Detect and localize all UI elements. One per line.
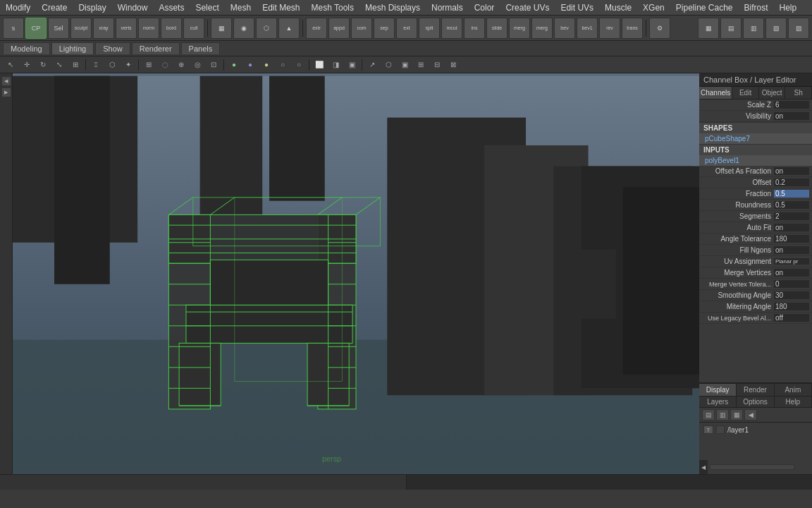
icon-hierarchy[interactable]: ⑄	[88, 58, 104, 72]
cb-row-legacy-bevel[interactable]: Use Legacy Bevel Al... off	[699, 313, 812, 324]
tool-r5[interactable]: ▨	[788, 18, 809, 39]
icon-snap-surface[interactable]: ⊡	[206, 58, 221, 72]
tool-merg[interactable]: merg	[509, 18, 530, 39]
cb-value-legacy-bevel[interactable]: off	[774, 314, 809, 322]
cb-value-offset-frac[interactable]: on	[774, 167, 809, 175]
tab-anim[interactable]: Anim	[775, 384, 812, 396]
cb-row-merge-verts[interactable]: Merge Vertices on	[699, 267, 812, 279]
menu-pipeline-cache[interactable]: Pipeline Cache	[670, 1, 739, 14]
tab-panels[interactable]: Panels	[181, 42, 221, 54]
icon-move[interactable]: ✛	[19, 58, 35, 72]
tool-slide[interactable]: slide	[486, 18, 508, 39]
layer-btn-2[interactable]: ▥	[716, 409, 729, 421]
tab-show[interactable]: Show	[95, 42, 130, 54]
icon-last-tool[interactable]: ⊞	[68, 58, 83, 72]
menu-color[interactable]: Color	[469, 1, 500, 14]
tool-s[interactable]: s	[3, 18, 24, 39]
icon-snap-grid[interactable]: ⊞	[141, 58, 156, 72]
icon-cam1[interactable]: ●	[226, 58, 242, 72]
cb-value-uv-assign[interactable]: Planar pr	[774, 258, 809, 265]
tool-cull[interactable]: cull	[183, 18, 204, 39]
cb-row-segments[interactable]: Segments 2	[699, 211, 812, 222]
cb-row-angle-tol[interactable]: Angle Tolerance 180	[699, 234, 812, 245]
icon-components[interactable]: ✦	[121, 58, 136, 72]
icon-wireframe[interactable]: ⬜	[312, 58, 327, 72]
cb-row-1[interactable]: Offset 0.2	[699, 177, 812, 188]
menu-display[interactable]: Display	[73, 1, 111, 14]
cb-row-fill-ngons[interactable]: Fill Ngons on	[699, 245, 812, 256]
panel-scroll-arrow[interactable]: ◀	[699, 460, 708, 474]
tool-r3[interactable]: ▥	[743, 18, 764, 39]
layer-vis-1[interactable]: T	[703, 425, 713, 434]
tool-bord[interactable]: bord	[161, 18, 182, 39]
tool-xray[interactable]: xray	[93, 18, 114, 39]
tool-sphere[interactable]: ◉	[233, 18, 254, 39]
tool-norm[interactable]: norm	[138, 18, 159, 39]
tool-cp[interactable]: CP	[25, 18, 47, 39]
subtab-layers[interactable]: Layers	[699, 397, 737, 407]
icon-v4[interactable]: ⊟	[429, 58, 445, 72]
tool-appd[interactable]: appd	[328, 18, 350, 39]
cb-value-fraction[interactable]: 0.5	[774, 190, 809, 198]
tab-display[interactable]: Display	[699, 384, 737, 396]
tab-render[interactable]: Render	[737, 384, 774, 396]
tool-box[interactable]: ▦	[211, 18, 232, 39]
cb-value-roundness[interactable]: 0.5	[774, 201, 809, 209]
icon-objects[interactable]: ⬡	[104, 58, 120, 72]
cb-row-roundness[interactable]: Roundness 0.5	[699, 200, 812, 211]
inputs-node-label[interactable]: polyBevel1	[699, 155, 812, 166]
cb-value-segments[interactable]: 2	[774, 212, 809, 220]
tool-sculpt[interactable]: sculpt	[70, 18, 92, 39]
icon-cam4[interactable]: ○	[275, 58, 290, 72]
menu-edit-uvs[interactable]: Edit UVs	[555, 1, 599, 14]
menu-xgen[interactable]: XGen	[637, 1, 670, 14]
icon-snap-view[interactable]: ◎	[190, 58, 205, 72]
icon-shaded[interactable]: ◨	[328, 58, 343, 72]
tool-sel[interactable]: Sel	[48, 18, 69, 39]
cb-value-scale-z[interactable]: 6	[774, 101, 809, 109]
cb-row-smooth-angle[interactable]: Smoothing Angle 30	[699, 290, 812, 301]
cb-value-autofit[interactable]: on	[774, 224, 809, 231]
cb-value-merge-verts[interactable]: on	[774, 269, 809, 277]
icon-rotate[interactable]: ↻	[35, 58, 51, 72]
tab-sh[interactable]: Sh	[785, 87, 812, 99]
icon-v1[interactable]: ⬡	[381, 58, 396, 72]
tool-settings[interactable]: ⚙	[649, 18, 670, 39]
icon-select[interactable]: ↖	[3, 58, 18, 72]
tool-cone[interactable]: ▲	[278, 18, 300, 39]
menu-select[interactable]: Select	[190, 1, 224, 14]
tool-r2[interactable]: ▤	[720, 18, 742, 39]
menu-normals[interactable]: Normals	[426, 1, 469, 14]
icon-snap-curve[interactable]: ◌	[157, 58, 173, 72]
cb-value-fill-ngons[interactable]: on	[774, 246, 809, 254]
layer-btn-3[interactable]: ▦	[730, 409, 743, 421]
icon-cam3[interactable]: ●	[259, 58, 274, 72]
shapes-node-label[interactable]: pCubeShape7	[699, 133, 812, 144]
lp-btn-2[interactable]: ▶	[1, 87, 11, 97]
cb-row-uv-assign[interactable]: Uv Assignment Planar pr	[699, 256, 812, 267]
tab-lighting[interactable]: Lighting	[51, 42, 94, 54]
subtab-help[interactable]: Help	[775, 397, 812, 407]
menu-create[interactable]: Create	[36, 1, 73, 14]
cb-value-visibility[interactable]: on	[774, 112, 809, 120]
cb-row-fraction[interactable]: Fraction 0.5	[699, 188, 812, 200]
tab-edit[interactable]: Edit	[732, 87, 759, 99]
tool-ext[interactable]: ext	[396, 18, 417, 39]
cb-row-0[interactable]: Offset As Fraction on	[699, 166, 812, 177]
cb-value-miter-angle[interactable]: 180	[774, 303, 809, 310]
tool-ins[interactable]: ins	[464, 18, 485, 39]
icon-v5[interactable]: ⊠	[445, 58, 461, 72]
tool-verts[interactable]: verts	[116, 18, 137, 39]
cb-value-angle-tol[interactable]: 180	[774, 235, 809, 243]
tool-trans[interactable]: trans	[622, 18, 643, 39]
menu-bifrost[interactable]: Bifrost	[739, 1, 774, 14]
icon-cam5[interactable]: ○	[291, 58, 307, 72]
tool-r1[interactable]: ▦	[698, 18, 719, 39]
menu-help[interactable]: Help	[774, 1, 803, 14]
menu-assets[interactable]: Assets	[153, 1, 190, 14]
cb-row-scale-z[interactable]: Scale Z 6	[699, 99, 812, 111]
subtab-options[interactable]: Options	[737, 397, 774, 407]
menu-create-uvs[interactable]: Create UVs	[500, 1, 555, 14]
tool-com[interactable]: com	[351, 18, 372, 39]
tool-cylinder[interactable]: ⬡	[256, 18, 277, 39]
